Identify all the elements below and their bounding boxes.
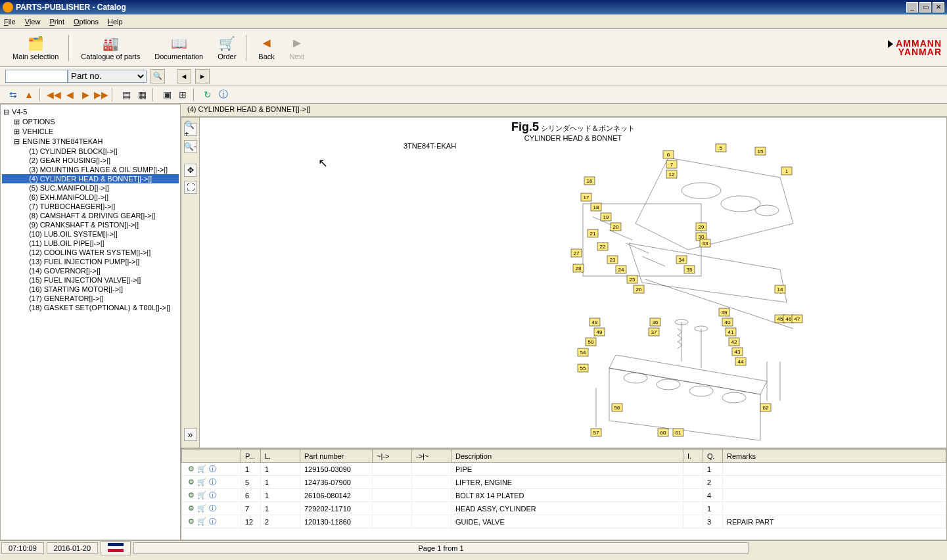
- cart-icon[interactable]: 🛒: [196, 465, 207, 473]
- tree-item[interactable]: (13) FUEL INJECTION PUMP[|->|]: [2, 257, 179, 266]
- zoom-in-button[interactable]: 🔍+: [184, 123, 197, 136]
- tree-item[interactable]: (9) CRANKSHAFT & PISTON[|->|]: [2, 220, 179, 229]
- tree-item[interactable]: (7) TURBOCHAEGER[|->|]: [2, 202, 179, 211]
- info-icon[interactable]: ⓘ: [207, 503, 218, 513]
- close-button[interactable]: ✕: [933, 2, 944, 12]
- svg-text:45: 45: [777, 316, 783, 322]
- tree-engine[interactable]: ⊟ ENGINE 3TNE84TEKAH: [2, 137, 179, 147]
- svg-text:44: 44: [738, 359, 744, 365]
- svg-point-1: [721, 196, 760, 212]
- tree-item[interactable]: (10) LUB.OIL SYSTEM[|->|]: [2, 229, 179, 239]
- expand-panel-button[interactable]: »: [184, 428, 197, 441]
- tree-item[interactable]: (18) GASKET SET(OPTIONAL) & T00L[|->|]: [2, 303, 179, 312]
- maximize-button[interactable]: ▭: [919, 2, 931, 12]
- main-selection-button[interactable]: 🗂️ Main selection: [5, 31, 66, 65]
- order-icon: 🛒: [219, 35, 235, 51]
- zoom-out-button[interactable]: 🔍-: [184, 140, 197, 153]
- pan-button[interactable]: ✥: [184, 164, 197, 177]
- statusbar: 07:10:09 2016-01-20 Page 1 from 1: [0, 540, 947, 555]
- svg-text:28: 28: [576, 266, 582, 271]
- col-arr2[interactable]: ->|~: [412, 450, 451, 463]
- table-row[interactable]: ⚙🛒ⓘ122120130-11860GUIDE, VALVE3REPAIR PA…: [182, 515, 946, 528]
- col-pos[interactable]: P...: [241, 450, 261, 463]
- svg-text:48: 48: [592, 319, 598, 325]
- svg-text:61: 61: [676, 430, 681, 436]
- search-next-button[interactable]: ►: [195, 69, 210, 83]
- gear-icon[interactable]: ⚙: [186, 465, 196, 473]
- cart-icon[interactable]: 🛒: [196, 491, 207, 500]
- tree-item[interactable]: (5) SUC.MANIFOLD[|->|]: [2, 183, 179, 193]
- col-arr1[interactable]: ~|->: [373, 450, 412, 463]
- minimize-button[interactable]: _: [906, 2, 918, 12]
- col-lvl[interactable]: L.: [261, 450, 300, 463]
- fit-button[interactable]: ⛶: [184, 181, 197, 194]
- info-button[interactable]: ⓘ: [216, 87, 231, 103]
- table-row[interactable]: ⚙🛒ⓘ51124736-07900LIFTER, ENGINE2: [182, 476, 946, 489]
- col-i[interactable]: I.: [683, 450, 703, 463]
- tree-item[interactable]: (4) CYLINDER HEAD & BONNET[|->|]: [2, 174, 179, 183]
- tree-item[interactable]: (1) CYLINDER BLOCK[|->|]: [2, 147, 179, 156]
- col-partno[interactable]: Part number: [300, 450, 373, 463]
- view-grid-button[interactable]: ▣: [159, 87, 175, 103]
- menu-help[interactable]: Help: [108, 18, 123, 26]
- documentation-button[interactable]: 📖 Documentation: [147, 31, 210, 65]
- catalogue-of-parts-button[interactable]: 🏭 Catalogue of parts: [74, 31, 147, 65]
- info-icon[interactable]: ⓘ: [207, 464, 218, 474]
- nav-first-button[interactable]: ◀◀: [46, 87, 62, 103]
- parts-table[interactable]: P... L. Part number ~|-> ->|~ Descriptio…: [181, 448, 947, 540]
- nav-prev-button[interactable]: ◀: [62, 87, 78, 103]
- tree-item[interactable]: (14) GOVERNOR[|->|]: [2, 266, 179, 275]
- table-row[interactable]: ⚙🛒ⓘ6126106-080142BOLT 8X 14 PLATED4: [182, 489, 946, 502]
- view-detail-button[interactable]: ▦: [134, 87, 150, 103]
- col-q[interactable]: Q.: [703, 450, 723, 463]
- cart-icon[interactable]: 🛒: [196, 517, 207, 526]
- tree-root[interactable]: ⊟ V4-5: [2, 107, 179, 117]
- status-lang[interactable]: [101, 541, 131, 555]
- tree-item[interactable]: (6) EXH.MANIFOLD[|->|]: [2, 193, 179, 202]
- menu-file[interactable]: File: [4, 18, 16, 26]
- tree-item[interactable]: (2) GEAR HOUSING[|->|]: [2, 156, 179, 165]
- gear-icon[interactable]: ⚙: [186, 491, 196, 500]
- search-prev-button[interactable]: ◄: [177, 69, 191, 83]
- cart-icon[interactable]: 🛒: [196, 504, 207, 513]
- gear-icon[interactable]: ⚙: [186, 504, 196, 513]
- tree-item[interactable]: (16) STARTING MOTOR[|->|]: [2, 285, 179, 294]
- gear-icon[interactable]: ⚙: [186, 478, 196, 486]
- nav-next-button[interactable]: ▶: [78, 87, 93, 103]
- tree-item[interactable]: (8) CAMSHAFT & DRIVING GEAR[|->|]: [2, 211, 179, 220]
- tree-vehicle[interactable]: ⊞ VEHICLE: [2, 127, 179, 137]
- view-thumb-button[interactable]: ⊞: [175, 87, 191, 103]
- menu-print[interactable]: Print: [49, 18, 64, 26]
- info-icon[interactable]: ⓘ: [207, 477, 218, 487]
- table-row[interactable]: ⚙🛒ⓘ71729202-11710HEAD ASSY, CYLINDER1: [182, 502, 946, 515]
- search-input[interactable]: [5, 70, 68, 83]
- tree-item[interactable]: (12) COOLING WATER SYSTEM[|->|]: [2, 248, 179, 257]
- col-desc[interactable]: Description: [451, 450, 683, 463]
- nav-up-button[interactable]: ▲: [21, 87, 37, 103]
- refresh-button[interactable]: ↻: [200, 87, 216, 103]
- menu-options[interactable]: Options: [74, 18, 99, 26]
- tree-item[interactable]: (17) GENERATOR[|->|]: [2, 294, 179, 303]
- info-icon[interactable]: ⓘ: [207, 490, 218, 500]
- tree-item[interactable]: (11) LUB.OIL PIPE[|->|]: [2, 239, 179, 248]
- info-icon[interactable]: ⓘ: [207, 517, 218, 526]
- diagram-viewport[interactable]: ↖ Fig.5 シリンダヘッド＆ボンネットCYLINDER HEAD & BON…: [200, 118, 946, 448]
- tree-item[interactable]: (3) MOUNTING FLANGE & OIL SUMP[|->|]: [2, 165, 179, 174]
- view-list-button[interactable]: ▤: [118, 87, 134, 103]
- col-remarks[interactable]: Remarks: [723, 450, 946, 463]
- cart-icon[interactable]: 🛒: [196, 478, 207, 486]
- tree-options[interactable]: ⊞ OPTIONS: [2, 117, 179, 127]
- back-button[interactable]: ◄ Back: [251, 31, 281, 65]
- search-button[interactable]: 🔍: [150, 69, 165, 83]
- menu-view[interactable]: View: [25, 18, 41, 26]
- table-header-row: P... L. Part number ~|-> ->|~ Descriptio…: [182, 450, 946, 463]
- tree-toggle-button[interactable]: ⇆: [5, 87, 21, 103]
- tree-item[interactable]: (15) FUEL INJECTION VALVE[|->|]: [2, 275, 179, 285]
- nav-last-button[interactable]: ▶▶: [93, 87, 109, 103]
- gear-icon[interactable]: ⚙: [186, 517, 196, 526]
- table-row[interactable]: ⚙🛒ⓘ11129150-03090PIPE1: [182, 463, 946, 476]
- tree-panel[interactable]: ⊟ V4-5 ⊞ OPTIONS ⊞ VEHICLE ⊟ ENGINE 3TNE…: [0, 104, 181, 540]
- search-type-select[interactable]: Part no.: [68, 70, 147, 83]
- order-button[interactable]: 🛒 Order: [210, 31, 243, 65]
- svg-text:60: 60: [660, 430, 666, 436]
